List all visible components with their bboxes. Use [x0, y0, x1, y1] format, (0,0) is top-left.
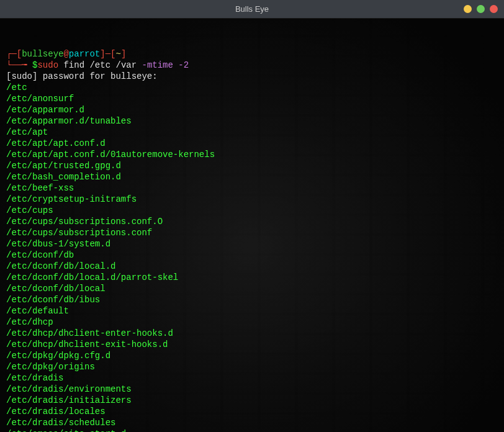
prompt-line-2: └──╼ $sudo find /etc /var -mtime -2: [6, 60, 498, 71]
command-rest: find /etc /var: [58, 60, 142, 70]
output-line: /etc/dpkg/origins: [6, 361, 498, 372]
output-line: /etc: [6, 82, 498, 93]
output-line: /etc/emacs/site-start.d: [6, 428, 498, 432]
prompt-second-prefix: └──╼: [6, 60, 32, 70]
prompt-bracket-open: ┌─[: [6, 49, 22, 59]
maximize-button[interactable]: [477, 5, 485, 13]
output-line: /etc/dradis/initializers: [6, 395, 498, 406]
prompt-user: bullseye: [22, 49, 63, 59]
prompt-line-1: ┌─[bullseye@parrot]─[~]: [6, 48, 498, 60]
output-line: /etc/dconf/db/local: [6, 283, 498, 294]
prompt-at: @: [63, 49, 68, 59]
output-line: /etc/apt/trusted.gpg.d: [6, 160, 498, 171]
output-line: /etc/dradis/locales: [6, 406, 498, 417]
output-line: /etc/default: [6, 305, 498, 317]
output-line: /etc/dpkg/dpkg.cfg.d: [6, 350, 498, 361]
output-line: /etc/cryptsetup-initramfs: [6, 194, 498, 205]
output-line: /etc/dradis: [6, 372, 498, 384]
terminal-area[interactable]: ┌─[bullseye@parrot]─[~]└──╼ $sudo find /…: [0, 19, 504, 432]
sudo-password-prompt: [sudo] password for bullseye:: [6, 71, 158, 81]
output-line: /etc/bash_completion.d: [6, 171, 498, 182]
output-container: /etc/etc/anonsurf/etc/apparmor.d/etc/app…: [6, 82, 498, 432]
output-line: /etc/cups/subscriptions.conf: [6, 227, 498, 238]
output-line: /etc/dhcp/dhclient-enter-hooks.d: [6, 328, 498, 339]
output-line: /etc/dconf/db/ibus: [6, 294, 498, 305]
output-line: /etc/dhcp/dhclient-exit-hooks.d: [6, 339, 498, 350]
output-line: /etc/apparmor.d/tunables: [6, 115, 498, 127]
terminal-content: ┌─[bullseye@parrot]─[~]└──╼ $sudo find /…: [6, 26, 498, 432]
output-line: /etc/apt: [6, 127, 498, 138]
prompt-path: ~: [115, 49, 120, 59]
output-line: /etc/cups: [6, 205, 498, 216]
output-line: /etc/cups/subscriptions.conf.O: [6, 216, 498, 227]
output-line: /etc/apt/apt.conf.d: [6, 138, 498, 149]
output-line: /etc/apparmor.d: [6, 104, 498, 115]
output-line: /etc/beef-xss: [6, 182, 498, 194]
prompt-host: parrot: [69, 49, 100, 59]
output-line: /etc/dradis/schedules: [6, 417, 498, 428]
window-titlebar: Bulls Eye: [0, 0, 504, 19]
output-line: /etc/dconf/db/local.d: [6, 261, 498, 272]
command-sudo: sudo: [37, 60, 58, 70]
close-button[interactable]: [490, 5, 498, 13]
output-line: /etc/apt/apt.conf.d/01autoremove-kernels: [6, 149, 498, 160]
prompt-bracket-mid: ]─[: [100, 49, 115, 59]
output-line: /etc/dradis/environments: [6, 384, 498, 395]
window-title: Bulls Eye: [235, 4, 269, 14]
output-line: /etc/dbus-1/system.d: [6, 238, 498, 250]
command-flag: -mtime -2: [142, 60, 189, 70]
window-controls: [464, 5, 498, 13]
output-line: /etc/anonsurf: [6, 93, 498, 104]
minimize-button[interactable]: [464, 5, 472, 13]
output-line: /etc/dconf/db/local.d/parrot-skel: [6, 272, 498, 283]
output-line: /etc/dconf/db: [6, 250, 498, 261]
prompt-bracket-end: ]: [121, 49, 126, 59]
output-line: /etc/dhcp: [6, 317, 498, 328]
